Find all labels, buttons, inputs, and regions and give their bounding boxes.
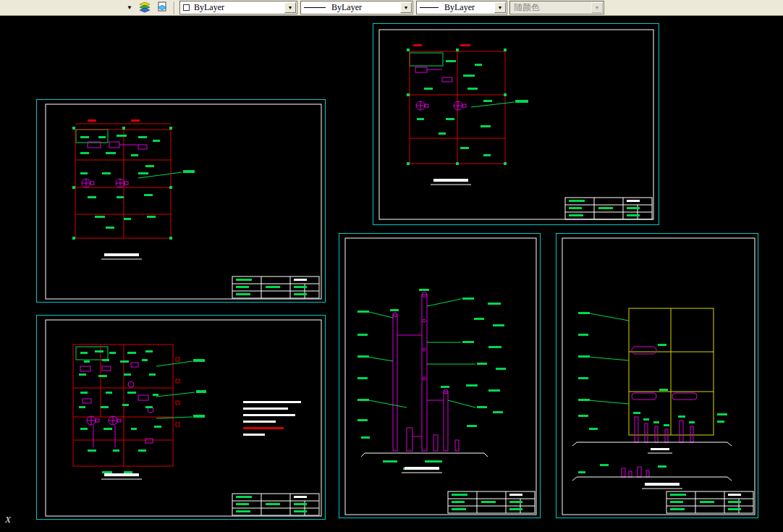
drawing-sheet-section-right	[556, 233, 758, 518]
toolbar-overflow-arrow-icon[interactable]: ▼	[124, 4, 135, 12]
layer-properties-button[interactable]	[137, 1, 153, 15]
elevation-drawing-graphic	[339, 234, 540, 518]
plan-drawing-graphic	[373, 24, 659, 224]
ucs-x-axis-label: X	[5, 514, 11, 525]
drawing-sheet-plan-top-right	[373, 23, 659, 225]
color-control-combobox[interactable]: ByLayer ▼	[179, 1, 297, 14]
drawing-sheet-plan-left-bottom	[36, 315, 326, 520]
plan-drawing-graphic	[37, 100, 325, 302]
plot-style-control-combobox: 随颜色 ▼	[509, 1, 604, 14]
color-control-value: ByLayer	[194, 2, 284, 13]
section-drawing-graphic	[556, 234, 758, 518]
make-layer-current-button[interactable]	[154, 1, 170, 15]
linetype-control-combobox[interactable]: ByLayer ▼	[300, 1, 413, 14]
bylayer-color-swatch-icon	[183, 4, 190, 11]
layers-stack-icon	[139, 1, 151, 15]
chevron-down-icon[interactable]: ▼	[284, 2, 296, 13]
plot-style-control-value: 随颜色	[510, 1, 591, 14]
drawing-sheet-plan-left-top	[36, 99, 326, 303]
chevron-down-icon[interactable]: ▼	[400, 2, 412, 13]
properties-toolbar: ▼ ByLayer ▼ ByLayer ▼ ByLayer ▼	[0, 0, 783, 16]
linetype-control-value: ByLayer	[331, 2, 400, 13]
drawing-sheet-elevation-center	[339, 233, 541, 518]
plan-drawing-graphic	[37, 316, 325, 519]
chevron-down-icon[interactable]: ▼	[494, 2, 506, 13]
model-space-canvas[interactable]: X	[0, 16, 783, 532]
layer-sheet-icon	[156, 1, 168, 15]
lineweight-line-icon	[420, 7, 439, 8]
toolbar-separator	[174, 1, 175, 14]
chevron-down-icon: ▼	[591, 2, 603, 13]
lineweight-control-combobox[interactable]: ByLayer ▼	[416, 1, 507, 14]
lineweight-control-value: ByLayer	[444, 2, 494, 13]
continuous-linetype-icon	[304, 7, 326, 8]
